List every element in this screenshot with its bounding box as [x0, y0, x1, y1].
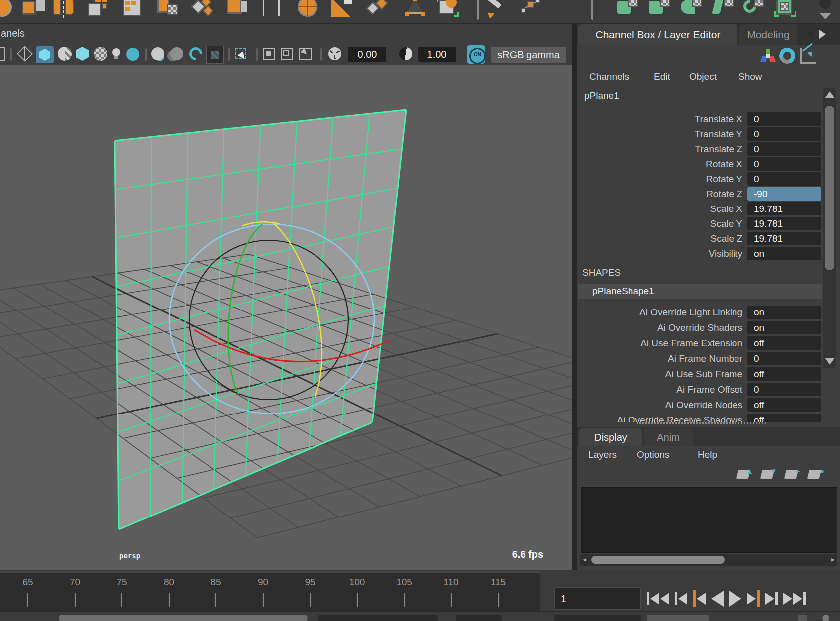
attribute-value-field[interactable]: 0 [747, 157, 821, 171]
shadows-icon[interactable] [126, 48, 139, 61]
object-name[interactable]: pPlane1 [584, 90, 619, 101]
antialias-icon[interactable] [187, 45, 205, 63]
layer-editor-menu-options[interactable]: Options [637, 449, 669, 460]
textured-cube-icon[interactable] [76, 47, 89, 61]
image-plane-icon[interactable] [299, 48, 312, 60]
edge-loop-icon[interactable] [261, 0, 284, 20]
curve-slice-icon[interactable] [713, 0, 735, 20]
ssao-icon[interactable] [151, 47, 164, 60]
panel-splitter[interactable] [572, 24, 577, 570]
scroll-down-icon[interactable] [825, 358, 834, 365]
attribute-value-field[interactable]: 0 [747, 142, 821, 156]
attribute-value-field[interactable]: off [747, 398, 821, 412]
go-to-start-button[interactable] [647, 592, 669, 605]
attribute-value-field[interactable]: -90 [747, 187, 821, 201]
attribute-value-field[interactable]: 19.781 [747, 217, 821, 230]
range-slider[interactable] [59, 615, 308, 621]
smooth-mesh-icon[interactable] [297, 0, 319, 20]
attribute-value-field[interactable]: on [747, 321, 821, 334]
go-to-end-button[interactable] [783, 592, 806, 605]
tab-display[interactable]: Display [579, 428, 642, 446]
range-field[interactable] [456, 615, 502, 621]
attribute-value-field[interactable]: 0 [747, 127, 821, 141]
new-empty-layer-icon[interactable]: ＋ [784, 467, 801, 482]
extrude-faces-icon[interactable] [88, 0, 110, 20]
paste-buffer-icon[interactable] [281, 48, 293, 60]
attribute-value-field[interactable]: 0 [747, 383, 821, 396]
motion-blur-icon[interactable] [170, 47, 183, 60]
current-frame-field[interactable]: 1 [554, 587, 641, 610]
clipped-toolbar-icon[interactable] [0, 47, 5, 61]
make-live-icon[interactable] [437, 0, 460, 20]
half-textured-sphere-icon[interactable] [58, 47, 72, 61]
step-back-frame-button[interactable] [675, 592, 687, 605]
viewport-canvas[interactable]: persp 6.6 fps [0, 65, 572, 570]
quad-draw-icon[interactable] [192, 0, 215, 20]
step-forward-frame-button[interactable] [765, 592, 778, 605]
gamma-swatch-icon[interactable] [206, 46, 224, 64]
curve-boolean-subtract-icon[interactable] [649, 0, 672, 20]
ep-curve-icon[interactable] [520, 0, 542, 20]
scroll-up-icon[interactable] [825, 91, 834, 98]
anim-pref-icon[interactable] [798, 615, 807, 621]
hscroll-left-icon[interactable]: ◂ [583, 555, 586, 563]
shaded-cube-icon[interactable] [36, 46, 54, 63]
curve-boolean-intersect-icon[interactable] [681, 0, 704, 20]
layer-list-hscrollbar[interactable]: ◂ ▸ [580, 554, 837, 566]
attribute-value-field[interactable]: 0 [747, 172, 821, 186]
duplicate-face-icon[interactable] [22, 0, 45, 20]
pencil-curve-icon[interactable] [484, 0, 507, 20]
shelf-overflow-icon[interactable] [815, 0, 838, 20]
sculpt-diamond-icon[interactable] [368, 0, 391, 20]
step-back-key-button[interactable] [693, 590, 706, 607]
curve-boolean-union-icon[interactable] [617, 0, 640, 20]
tab-anim[interactable]: Anim [644, 428, 693, 446]
attribute-value-field[interactable]: on [747, 247, 821, 260]
wireframe-cube-icon[interactable] [17, 46, 33, 62]
color-management-toggle[interactable]: ON [467, 45, 485, 64]
character-set-menu[interactable] [647, 615, 709, 621]
pane-resize-handle[interactable] [637, 422, 766, 424]
layer-editor-menu-help[interactable]: Help [698, 449, 717, 460]
shape-name-row[interactable]: pPlaneShape1 [578, 284, 822, 299]
multi-cut-icon[interactable] [404, 0, 427, 20]
subdivide-mesh-icon[interactable] [122, 0, 145, 20]
attribute-value-field[interactable]: on [747, 306, 821, 319]
new-layer-from-selected-icon[interactable]: ● [807, 467, 824, 482]
time-slider[interactable]: 6570758085909510010511011512 [0, 571, 540, 613]
attribute-value-field[interactable]: 0 [747, 112, 821, 126]
poly-sphere-icon[interactable] [0, 0, 15, 20]
move-layer-down-icon[interactable]: ▼ [760, 467, 777, 482]
gamma-mode-dropdown[interactable]: sRGB gamma [491, 47, 566, 63]
checker-sphere-icon[interactable] [94, 47, 107, 61]
attribute-value-field[interactable]: 19.781 [747, 232, 821, 245]
select-tool-icon[interactable] [235, 48, 246, 59]
layer-list[interactable] [581, 487, 837, 553]
range-end-field[interactable] [318, 615, 438, 621]
channel-box-menu-show[interactable]: Show [738, 71, 762, 82]
channel-box-menu-edit[interactable]: Edit [654, 71, 670, 82]
lights-icon[interactable] [112, 48, 120, 56]
copy-buffer-icon[interactable] [263, 48, 275, 60]
hscroll-thumb[interactable] [591, 556, 725, 564]
channel-box-menu-object[interactable]: Object [689, 71, 717, 82]
contrast-field[interactable]: 1.00 [418, 47, 456, 62]
boolean-cube-icon[interactable] [157, 0, 180, 20]
attribute-value-field[interactable]: off [747, 367, 821, 381]
attribute-value-field[interactable]: 19.781 [747, 202, 821, 215]
play-backwards-button[interactable] [711, 591, 724, 607]
attribute-value-field[interactable]: off [747, 336, 821, 350]
bevel-cube-icon[interactable] [226, 0, 249, 20]
play-forwards-button[interactable] [729, 591, 741, 607]
step-forward-key-button[interactable] [747, 590, 760, 607]
scrollbar-thumb[interactable] [825, 106, 834, 270]
attribute-value-field[interactable]: 0 [747, 352, 821, 365]
hscroll-right-icon[interactable]: ▸ [831, 555, 835, 563]
channel-box-scrollbar[interactable] [823, 88, 836, 368]
bottom-field[interactable] [554, 615, 641, 621]
move-layer-up-icon[interactable]: ▲ [736, 467, 753, 482]
mirror-geometry-icon[interactable] [53, 0, 76, 20]
curve-fillet-icon[interactable] [743, 0, 766, 20]
curve-project-icon[interactable] [774, 0, 797, 20]
exposure-field[interactable]: 0.00 [348, 47, 386, 62]
